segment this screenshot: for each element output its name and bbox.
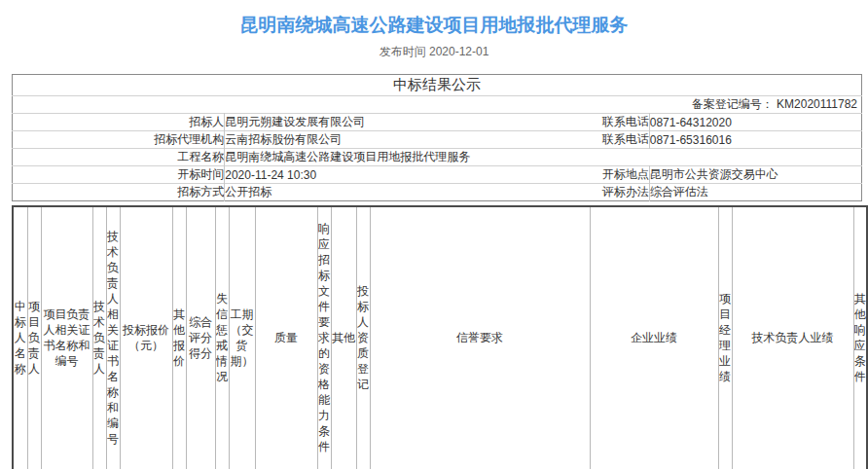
bid-opening-place-value: 昆明市公共资源交易中心 (649, 166, 861, 184)
registration-row: 备案登记编号： KM2020111782 (13, 96, 862, 114)
bid-opening-row: 开标时间 2020-11-24 10:30 开标地点 昆明市公共资源交易中心 (13, 166, 862, 184)
project-name-row: 工程名称 昆明南绕城高速公路建设项目用地报批代理服务 (13, 149, 862, 166)
col-quality: 质量 (255, 206, 317, 469)
col-other-response: 其 他 响 应 条 件 (853, 206, 867, 469)
bid-result-table: 中 标 人 名 称 项 目 负 责 人 项目负责 人相关证 书名称和 编号 技 … (12, 205, 868, 469)
agency-row: 招标代理机构 云南招标股份有限公司 联系电话 0871-65316016 (13, 131, 862, 149)
bid-method-value: 公开招标 (225, 184, 437, 201)
col-tech-leader-performance: 技术负责人业绩 (732, 206, 853, 469)
col-tech-leader-cert: 技 术 负 责 人 相 关 证 书 名 称 和 编 号 (106, 206, 120, 469)
evaluation-method-value: 综合评估法 (649, 184, 861, 201)
publish-date: 发布时间 2020-12-01 (0, 45, 868, 58)
announcement-info-table: 中标结果公示 备案登记编号： KM2020111782 招标人 昆明元朔建设发展… (12, 74, 862, 201)
registration-number: KM2020111782 (777, 97, 857, 111)
bid-method-label: 招标方式 (13, 184, 225, 201)
bid-method-row: 招标方式 公开招标 评标办法 综合评估法 (13, 184, 862, 201)
col-project-leader: 项 目 负 责 人 (27, 206, 41, 469)
agency-value: 云南招标股份有限公司 (225, 131, 437, 149)
col-winner-name: 中 标 人 名 称 (13, 206, 27, 469)
evaluation-method-label: 评标办法 (437, 184, 649, 201)
col-duration: 工期 （交 货 期） (229, 206, 255, 469)
col-pm-performance: 项 目 经 理 业 绩 (718, 206, 732, 469)
announcement-header: 中标结果公示 (13, 75, 862, 96)
tenderee-phone-value: 0871-64312020 (649, 114, 861, 131)
result-table-header-row: 中 标 人 名 称 项 目 负 责 人 项目负责 人相关证 书名称和 编号 技 … (13, 206, 867, 469)
col-credit-requirement: 信誉要求 (370, 206, 590, 469)
agency-label: 招标代理机构 (13, 131, 225, 149)
project-name-value: 昆明南绕城高速公路建设项目用地报批代理服务 (225, 149, 862, 166)
bid-opening-time-label: 开标时间 (13, 166, 225, 184)
col-other: 其他 (331, 206, 356, 469)
bid-opening-place-label: 开标地点 (437, 166, 649, 184)
col-tech-leader: 技 术 负 责 人 (92, 206, 106, 469)
col-dishonesty-record: 失 信 惩 戒 情 况 (215, 206, 229, 469)
agency-phone-value: 0871-65316016 (649, 131, 861, 149)
project-name-label: 工程名称 (13, 149, 225, 166)
registration-cell: 备案登记编号： KM2020111782 (13, 96, 862, 114)
tenderee-value: 昆明元朔建设发展有限公司 (225, 114, 437, 131)
tenderee-row: 招标人 昆明元朔建设发展有限公司 联系电话 0871-64312020 (13, 114, 862, 131)
col-qualification-response: 响 应 招 标 文 件 要 求 的 资 格 能 力 条 件 (317, 206, 331, 469)
tenderee-phone-label: 联系电话 (437, 114, 649, 131)
col-bidder-qualification: 投 标 人 资 质 登 记 (356, 206, 370, 469)
col-composite-score: 综合 评分 得分 (186, 206, 215, 469)
registration-label: 备案登记编号： (692, 97, 774, 111)
page: { "page": { "title": "昆明南绕城高速公路建设项目用地报批代… (0, 0, 868, 469)
announcement-header-row: 中标结果公示 (13, 75, 862, 96)
agency-phone-label: 联系电话 (437, 131, 649, 149)
col-project-leader-cert: 项目负责 人相关证 书名称和 编号 (41, 206, 92, 469)
bid-opening-time-value: 2020-11-24 10:30 (225, 166, 437, 184)
col-bid-price: 投标报价 （元） (120, 206, 172, 469)
tenderee-label: 招标人 (13, 114, 225, 131)
col-other-price: 其 他 报 价 (172, 206, 186, 469)
page-title: 昆明南绕城高速公路建设项目用地报批代理服务 (0, 14, 868, 37)
col-enterprise-performance: 企业业绩 (590, 206, 718, 469)
